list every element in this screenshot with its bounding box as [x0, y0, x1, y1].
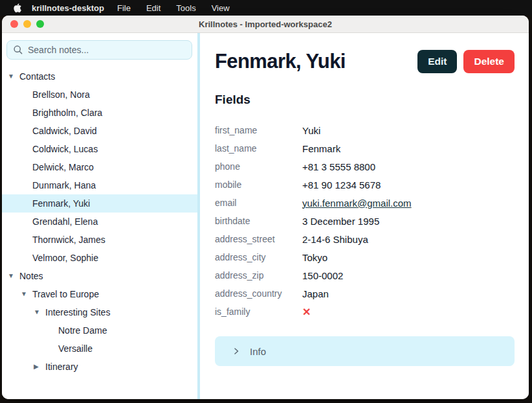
window-content: ▼ContactsBrellson, NoraBrightholm, Clara…: [2, 33, 529, 399]
tree-item-brightholm-clara[interactable]: Brightholm, Clara: [2, 104, 197, 122]
screen: krillnotes-desktop File Edit Tools View …: [0, 0, 532, 403]
tree-item-notes[interactable]: ▼Notes: [2, 267, 197, 285]
menu-item-file[interactable]: File: [117, 3, 131, 13]
field-value: 2-14-6 Shibuya: [302, 234, 368, 245]
tree-item-grendahl-elena[interactable]: Grendahl, Elena: [2, 213, 197, 231]
tree-item-interesting-sites[interactable]: ▼Interesting Sites: [2, 303, 197, 321]
field-value: 3 December 1995: [302, 216, 379, 227]
minimize-window-button[interactable]: [23, 20, 31, 28]
tree-item-label: Caldwick, David: [32, 126, 97, 136]
field-label: address_street: [215, 234, 302, 244]
tree-item-caldwick-david[interactable]: Caldwick, David: [2, 122, 197, 140]
tree-item-fenmark-yuki[interactable]: Fenmark, Yuki: [2, 194, 197, 213]
field-value: Japan: [302, 288, 329, 299]
search-box: [6, 40, 192, 60]
field-value: +81 3 5555 8800: [302, 161, 375, 172]
tree-item-dunmark-hana[interactable]: Dunmark, Hana: [2, 176, 197, 194]
field-row-phone: phone+81 3 5555 8800: [215, 157, 515, 176]
chevron-right-icon: [232, 347, 240, 355]
field-value: 150-0002: [302, 270, 343, 281]
tree-item-versaille[interactable]: Versaille: [2, 340, 197, 358]
window-title: Krillnotes - Imported-workspace2: [199, 19, 332, 29]
edit-button[interactable]: Edit: [417, 50, 457, 73]
false-x-icon: ✕: [302, 306, 311, 318]
expanded-triangle-icon[interactable]: ▼: [8, 273, 19, 279]
info-section-header[interactable]: Info: [215, 336, 515, 366]
collapsed-triangle-icon[interactable]: ▶: [34, 363, 45, 370]
field-label: address_zip: [215, 270, 302, 281]
note-header: Fenmark, Yuki Edit Delete: [215, 50, 515, 73]
tree-item-label: Brightholm, Clara: [32, 108, 102, 118]
field-label: last_name: [215, 143, 302, 154]
sidebar: ▼ContactsBrellson, NoraBrightholm, Clara…: [2, 33, 197, 399]
tree-item-label: Delwick, Marco: [32, 162, 94, 172]
field-value: Tokyo: [302, 252, 327, 263]
tree-item-label: Dunmark, Hana: [32, 180, 96, 190]
tree-item-velmoor-sophie[interactable]: Velmoor, Sophie: [2, 249, 197, 267]
tree-item-label: Contacts: [19, 71, 55, 82]
field-row-address_country: address_countryJapan: [215, 284, 515, 303]
field-row-email: emailyuki.fenmark@gmail.com: [215, 194, 515, 212]
field-value: +81 90 1234 5678: [302, 179, 381, 190]
tree-item-label: Notes: [19, 271, 43, 281]
traffic-lights: [10, 16, 44, 32]
field-label: phone: [215, 161, 302, 172]
fields-table: first_nameYukilast_nameFenmarkphone+81 3…: [215, 121, 515, 321]
expanded-triangle-icon[interactable]: ▼: [34, 309, 45, 316]
menu-bar: krillnotes-desktop File Edit Tools View: [0, 0, 532, 16]
tree-item-delwick-marco[interactable]: Delwick, Marco: [2, 158, 197, 176]
expanded-triangle-icon[interactable]: ▼: [8, 73, 19, 80]
tree-item-travel-to-europe[interactable]: ▼Travel to Europe: [2, 285, 197, 303]
tree-item-notre-dame[interactable]: Notre Dame: [2, 321, 197, 340]
apple-logo-icon[interactable]: [13, 3, 21, 13]
expanded-triangle-icon[interactable]: ▼: [21, 291, 32, 297]
zoom-window-button[interactable]: [36, 20, 44, 28]
tree-item-coldwick-lucas[interactable]: Coldwick, Lucas: [2, 140, 197, 158]
tree-item-label: Thornwick, James: [32, 235, 105, 245]
email-link[interactable]: yuki.fenmark@gmail.com: [302, 198, 412, 209]
tree-item-itinerary[interactable]: ▶Itinerary: [2, 358, 197, 376]
field-row-last_name: last_nameFenmark: [215, 139, 515, 157]
field-row-address_city: address_cityTokyo: [215, 248, 515, 266]
menu-item-view[interactable]: View: [212, 3, 230, 13]
menu-item-tools[interactable]: Tools: [176, 3, 195, 13]
tree-item-label: Grendahl, Elena: [32, 216, 98, 227]
delete-button[interactable]: Delete: [463, 50, 515, 73]
info-section-label: Info: [250, 346, 266, 357]
tree-item-brellson-nora[interactable]: Brellson, Nora: [2, 86, 197, 104]
field-row-birthdate: birthdate3 December 1995: [215, 212, 515, 230]
tree-item-label: Itinerary: [45, 362, 78, 372]
field-row-first_name: first_nameYuki: [215, 121, 515, 139]
field-label: is_family: [215, 306, 302, 317]
field-row-address_zip: address_zip150-0002: [215, 266, 515, 284]
notes-tree: ▼ContactsBrellson, NoraBrightholm, Clara…: [2, 67, 197, 376]
field-label: email: [215, 198, 302, 208]
main-panel: Fenmark, Yuki Edit Delete Fields first_n…: [200, 33, 529, 399]
field-label: address_city: [215, 252, 302, 262]
tree-item-label: Coldwick, Lucas: [32, 144, 98, 154]
field-label: first_name: [215, 125, 302, 135]
field-row-is_family: is_family✕: [215, 303, 515, 321]
tree-item-label: Notre Dame: [58, 325, 107, 336]
field-value: Fenmark: [302, 143, 340, 154]
field-row-address_street: address_street2-14-6 Shibuya: [215, 230, 515, 248]
field-value: Yuki: [302, 125, 320, 136]
field-label: address_country: [215, 288, 302, 299]
field-label: mobile: [215, 179, 302, 190]
tree-item-label: Travel to Europe: [32, 289, 99, 299]
search-input[interactable]: [6, 40, 192, 60]
field-label: birthdate: [215, 216, 302, 226]
page-title: Fenmark, Yuki: [215, 50, 417, 73]
tree-item-thornwick-james[interactable]: Thornwick, James: [2, 231, 197, 249]
menu-app-name[interactable]: krillnotes-desktop: [32, 3, 104, 13]
tree-item-label: Velmoor, Sophie: [32, 253, 98, 263]
fields-heading: Fields: [215, 93, 515, 107]
tree-item-label: Versaille: [58, 343, 93, 354]
close-window-button[interactable]: [10, 20, 18, 28]
tree-item-contacts[interactable]: ▼Contacts: [2, 67, 197, 86]
search-icon: [13, 45, 23, 58]
app-window: Krillnotes - Imported-workspace2 ▼Contac…: [2, 16, 529, 399]
tree-item-label: Interesting Sites: [45, 307, 110, 317]
menu-item-edit[interactable]: Edit: [146, 3, 161, 13]
tree-item-label: Brellson, Nora: [32, 89, 90, 100]
